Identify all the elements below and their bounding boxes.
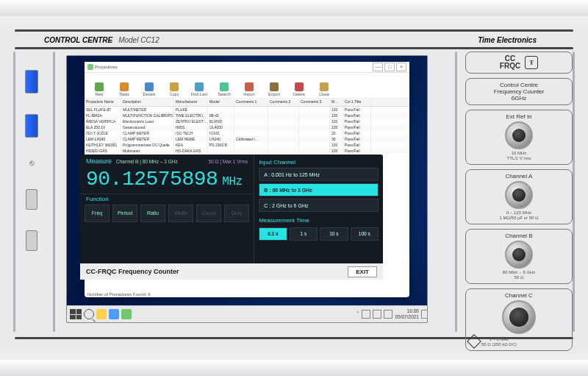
table-cell (268, 124, 299, 130)
table-cell (268, 142, 299, 148)
bezel-bottom (0, 360, 588, 376)
table-cell (234, 113, 268, 118)
column-header[interactable]: Comments 3 (299, 99, 330, 106)
table-row[interactable]: HIDEKI-GASMultimeterHD-DAKA GAS100Pass/F… (85, 148, 409, 153)
table-row[interactable]: WEISA VERIFICAElectrometric LoadZENTRO E… (85, 118, 409, 124)
toolbar-icon (220, 82, 229, 91)
input-channel-button[interactable]: A : 0.001 Hz to 125 MHz (259, 168, 379, 181)
table-row[interactable]: FL-8842AMULTIFUNCTION CALIBRATORTIME ELE… (85, 113, 409, 118)
module-title-box: CC FRQC Ŧ (465, 52, 573, 74)
table-cell: LEM LH240 (85, 136, 121, 142)
table-cell: FLUKE (174, 107, 208, 113)
function-freq-button[interactable]: Freq (85, 205, 110, 222)
table-cell: PS 2300 B (208, 142, 234, 148)
input-channel-button[interactable]: C : 2 GHz to 6 GHz (259, 199, 379, 212)
table-row[interactable]: SEL FLUKE-87MULTIMETERFLUKE100Pass/Fail (85, 107, 409, 113)
notification-icon[interactable] (421, 310, 428, 319)
toolbar-new-button[interactable]: New (87, 77, 111, 96)
toolbar-copy-button[interactable]: Copy (162, 77, 186, 96)
toolbar-find-last-button[interactable]: Find Last (187, 77, 211, 96)
table-cell: 100 (330, 113, 343, 118)
table-cell (299, 130, 330, 136)
measure-title: Measure (86, 157, 112, 165)
window-minimise-button[interactable]: — (373, 63, 383, 71)
taskbar-clock[interactable]: 16:06 05/07/2021 (395, 308, 419, 320)
table-cell (299, 118, 330, 124)
side-ports: ⎋ (22, 70, 41, 251)
toolbar-label: Copy (170, 92, 179, 96)
table-row[interactable]: LEM LH240CLAMP METERLEM HEMELH240Calibra… (85, 136, 409, 142)
measurement-time-button[interactable]: 10 s (320, 227, 348, 241)
table-cell (299, 136, 330, 142)
column-header[interactable]: Comments 2 (268, 99, 299, 106)
column-header[interactable]: Model (208, 99, 234, 106)
table-cell: CLAMP METER (121, 130, 174, 136)
clock-time: 16:06 (395, 308, 419, 314)
table-cell: LEM HEME (174, 136, 208, 142)
table-cell (268, 107, 299, 113)
table-row[interactable]: ELA 250 1VGenerosoundIMSSGL4000100Pass/F… (85, 124, 409, 130)
channel-b-label: Channel B (469, 233, 569, 239)
taskbar-app-icon[interactable] (109, 309, 119, 319)
input-channel-button[interactable]: B : 80 MHz to 3 GHz (259, 183, 379, 196)
table-cell: Pass/Fail (343, 142, 371, 148)
embedded-screen: Procedures — □ × NewTasksDetailsCopyFind… (66, 55, 428, 323)
table-cell: TIME ELECTRO… (174, 113, 208, 118)
table-cell: Calibrated t… (234, 136, 268, 142)
table-cell (208, 148, 234, 153)
toolbar-close-button[interactable]: Close (312, 77, 336, 96)
windows-taskbar[interactable]: ˄ 16:06 05/07/2021 (67, 305, 428, 322)
column-header[interactable]: M… (330, 99, 343, 106)
toolbar-label: Tasks (119, 92, 129, 96)
window-close-button[interactable]: × (396, 63, 406, 71)
column-header[interactable]: Manufacturer (174, 99, 208, 106)
toolbar-tasks-button[interactable]: Tasks (112, 77, 136, 96)
table-cell (299, 113, 330, 118)
window-titlebar[interactable]: Procedures — □ × (85, 62, 409, 73)
function-ratio-button[interactable]: Ratio (140, 205, 165, 222)
table-cell: CLAMP METER (121, 136, 174, 142)
warning-icon (467, 334, 481, 349)
channel-a-box: Channel A 0 – 125 MHz 1 MΩ/50 μF or 50 Ω (465, 169, 573, 224)
table-cell (299, 124, 330, 130)
column-header[interactable]: Col 1 Title (343, 99, 371, 106)
function-period-button[interactable]: Period (112, 205, 137, 222)
divider (15, 29, 573, 32)
table-cell: IMSS (174, 124, 208, 130)
toolbar-search-button[interactable]: Search (212, 77, 236, 96)
toolbar-export-button[interactable]: Export (262, 77, 286, 96)
system-tray[interactable]: ˄ 16:06 05/07/2021 (356, 308, 428, 320)
column-header[interactable]: Description (121, 99, 174, 106)
table-cell: WEISA VERIFICA (85, 118, 121, 124)
column-header[interactable]: Comments 1 (234, 99, 268, 106)
start-button[interactable] (70, 309, 82, 319)
tray-chevron-icon[interactable]: ˄ (356, 311, 359, 317)
table-cell (268, 113, 299, 118)
exit-button[interactable]: EXIT (348, 266, 377, 277)
panel-footer-title: CC-FRQC Frequency Counter (86, 268, 179, 275)
table-header: Procedure NameDescriptionManufacturerMod… (85, 99, 409, 107)
toolbar-icon (320, 82, 329, 91)
table-cell: KEA (174, 142, 208, 148)
toolbar-details-button[interactable]: Details (137, 77, 161, 96)
tray-icon[interactable] (373, 310, 381, 319)
procedures-table[interactable]: Procedure NameDescriptionManufacturerMod… (85, 99, 409, 153)
table-row[interactable]: ISO-T-JC01ECLAMP METERISO TECHICA3120Pas… (85, 130, 409, 136)
taskbar-app-icon[interactable] (121, 309, 132, 319)
control-centre-label: CONTROL CENTRE (44, 36, 112, 44)
table-cell (268, 118, 299, 124)
table-row[interactable]: KEITHLEY 366391Programmierbare DC-Quelle… (85, 142, 409, 148)
taskbar-app-icon[interactable] (96, 309, 107, 319)
tray-icon[interactable] (384, 310, 392, 319)
table-cell: Pass/Fail (343, 148, 371, 153)
search-icon[interactable] (84, 309, 94, 319)
tray-icon[interactable] (362, 310, 370, 319)
measurement-time-button[interactable]: 100 s (351, 227, 379, 241)
toolbar-delete-button[interactable]: Delete (287, 77, 311, 96)
toolbar-import-button[interactable]: Import (237, 77, 261, 96)
measurement-time-button[interactable]: 0.3 s (259, 227, 287, 241)
measurement-time-button[interactable]: 1 s (290, 227, 318, 241)
column-header[interactable]: Procedure Name (85, 99, 121, 106)
window-maximise-button[interactable]: □ (384, 63, 395, 71)
toolbar-label: Find Last (191, 92, 208, 96)
